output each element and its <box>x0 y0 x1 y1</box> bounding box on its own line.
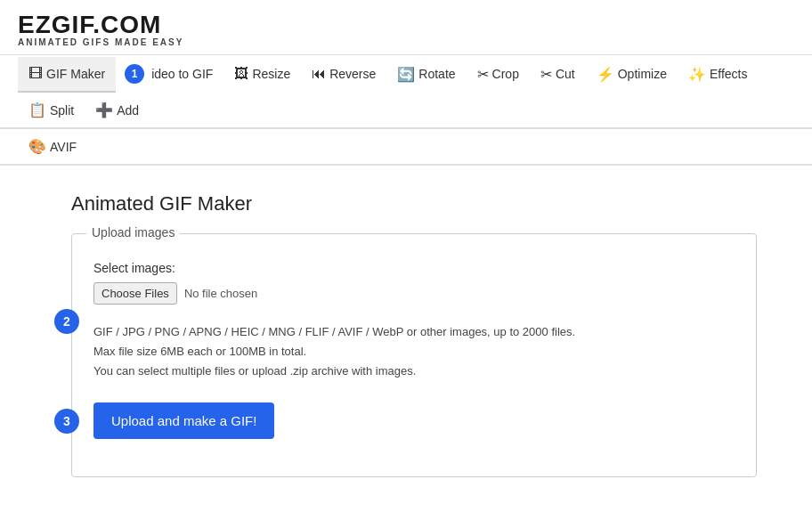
upload-legend: Upload images <box>86 225 180 240</box>
upload-box: Upload images 2 Select images: Choose Fi… <box>71 233 757 477</box>
step1-badge: 1 <box>125 64 144 84</box>
file-info-line2: Max file size 6MB each or 100MB in total… <box>93 345 306 358</box>
nav-label-cut: Cut <box>556 67 575 81</box>
step3-section: 3 Upload and make a GIF! <box>93 402 735 439</box>
step2-badge: 2 <box>54 309 79 334</box>
logo-tagline: ANIMATED GIFS MADE EASY <box>18 37 794 47</box>
nav-item-split[interactable]: 📋 Split <box>18 93 85 129</box>
gif-maker-icon: 🎞 <box>28 66 43 82</box>
file-input-row: Choose Files No file chosen <box>93 282 735 305</box>
nav-item-avif[interactable]: 🎨 AVIF <box>18 129 87 166</box>
avif-icon: 🎨 <box>28 138 46 155</box>
reverse-icon: ⏮ <box>312 66 326 82</box>
select-images-label: Select images: <box>93 261 735 275</box>
nav-item-gif-maker[interactable]: 🎞 GIF Maker <box>18 57 116 93</box>
logo[interactable]: EZGIF.COM <box>18 11 794 39</box>
nav-label-add: Add <box>117 103 139 118</box>
resize-icon: 🖼 <box>234 66 248 82</box>
nav-item-effects[interactable]: ✨ Effects <box>678 57 759 93</box>
nav-label-resize: Resize <box>252 67 290 81</box>
header: EZGIF.COM ANIMATED GIFS MADE EASY <box>0 0 812 55</box>
nav-item-reverse[interactable]: ⏮ Reverse <box>301 57 386 93</box>
split-icon: 📋 <box>28 102 46 118</box>
file-info-text: GIF / JPG / PNG / APNG / HEIC / MNG / FL… <box>93 322 735 381</box>
nav-label-rotate: Rotate <box>418 67 455 81</box>
file-info-line1: GIF / JPG / PNG / APNG / HEIC / MNG / FL… <box>93 325 575 338</box>
nav-label-split: Split <box>50 103 74 118</box>
upload-button[interactable]: Upload and make a GIF! <box>93 402 274 439</box>
no-file-text: No file chosen <box>184 287 257 300</box>
page-title: Animated GIF Maker <box>71 192 794 215</box>
step3-badge: 3 <box>54 409 79 434</box>
logo-text: EZGIF.COM <box>18 11 161 38</box>
nav-item-add[interactable]: ➕ Add <box>85 93 150 129</box>
step2-section: 2 Select images: Choose Files No file ch… <box>93 261 735 381</box>
nav-item-video-to-gif[interactable]: 1 ideo to GIF <box>116 55 223 94</box>
nav-item-resize[interactable]: 🖼 Resize <box>223 57 301 93</box>
nav-label-effects: Effects <box>710 67 748 81</box>
file-info-line3: You can select multiple files or upload … <box>93 364 416 378</box>
nav-item-cut[interactable]: ✂ Cut <box>530 57 586 93</box>
cut-icon: ✂ <box>540 66 552 83</box>
nav-label-crop: Crop <box>492 67 519 81</box>
effects-icon: ✨ <box>688 66 706 83</box>
nav-item-rotate[interactable]: 🔄 Rotate <box>386 57 466 93</box>
nav-label-avif: AVIF <box>50 140 77 154</box>
nav-label-optimize: Optimize <box>618 67 667 81</box>
nav-item-optimize[interactable]: ⚡ Optimize <box>586 57 678 93</box>
crop-icon: ✂ <box>477 66 489 83</box>
rotate-icon: 🔄 <box>397 66 415 83</box>
navbar-row2: 🎨 AVIF <box>0 129 812 166</box>
nav-label-video-to-gif: ideo to GIF <box>151 67 213 81</box>
nav-item-crop[interactable]: ✂ Crop <box>467 57 530 93</box>
nav-label-gif-maker: GIF Maker <box>46 67 105 81</box>
choose-files-button[interactable]: Choose Files <box>93 282 177 305</box>
optimize-icon: ⚡ <box>597 66 614 83</box>
nav-label-reverse: Reverse <box>329 67 376 81</box>
main-content: Animated GIF Maker Upload images 2 Selec… <box>0 166 812 495</box>
navbar: 🎞 GIF Maker 1 ideo to GIF 🖼 Resize ⏮ Rev… <box>0 55 812 129</box>
add-icon: ➕ <box>95 102 113 118</box>
